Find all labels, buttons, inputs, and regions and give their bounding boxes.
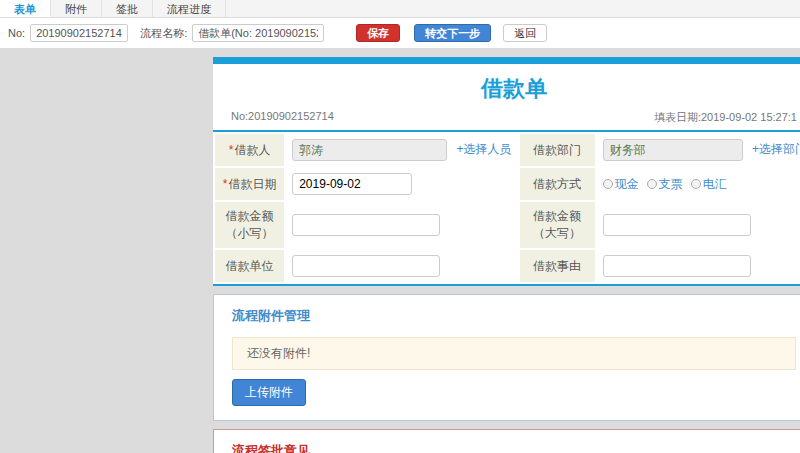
radio-cheque[interactable]: 支票 [647, 176, 683, 193]
upload-attachment-button[interactable]: 上传附件 [232, 379, 306, 406]
radio-circle-icon [603, 179, 613, 189]
form-number-text: No:20190902152714 [231, 110, 334, 125]
process-name-label: 流程名称: [140, 26, 187, 41]
attachment-section: 流程附件管理 还没有附件! 上传附件 [213, 294, 800, 421]
approval-section: 流程签批意见 B I abc [213, 429, 800, 453]
loan-form-panel: 借款单 No:20190902152714 填表日期:2019-09-02 15… [213, 57, 800, 453]
loan-date-input[interactable] [292, 173, 412, 195]
process-name-input[interactable] [192, 24, 324, 42]
loan-form-card: 借款单 No:20190902152714 填表日期:2019-09-02 15… [213, 57, 800, 286]
date-label: 借款日期 [228, 177, 276, 191]
amount-upper-label: 借款金额（大写） [533, 209, 581, 240]
attachment-section-title: 流程附件管理 [232, 307, 796, 325]
table-row: 借款金额（小写） 借款金额（大写） [214, 201, 800, 249]
unit-label: 借款单位 [226, 259, 274, 273]
form-fields-table: *借款人 +选择人员 借款部门 +选择部门 *借款日期 [213, 132, 800, 284]
table-row: *借款人 +选择人员 借款部门 +选择部门 [214, 133, 800, 167]
form-title: 借款单 [213, 64, 800, 110]
amount-lower-label: 借款金额（小写） [226, 209, 274, 240]
department-label: 借款部门 [533, 143, 581, 157]
no-label: No: [8, 27, 25, 39]
borrower-input [292, 139, 447, 161]
tab-approval[interactable]: 签批 [102, 0, 153, 17]
no-input[interactable] [30, 24, 128, 42]
department-input [603, 139, 743, 161]
amount-lower-input[interactable] [292, 214, 440, 236]
approval-section-title: 流程签批意见 [232, 442, 796, 453]
radio-cash[interactable]: 现金 [603, 176, 639, 193]
loan-method-radio-group: 现金 支票 电汇 [603, 176, 800, 193]
loan-unit-input[interactable] [292, 255, 440, 277]
tab-attachment[interactable]: 附件 [51, 0, 102, 17]
method-label: 借款方式 [533, 177, 581, 191]
panel-top-accent-bar [213, 57, 800, 64]
workspace: 借款单 No:20190902152714 填表日期:2019-09-02 15… [0, 48, 800, 453]
required-mark: * [229, 143, 234, 157]
required-mark: * [223, 177, 228, 191]
amount-upper-input[interactable] [603, 214, 751, 236]
table-row: *借款日期 借款方式 现金 支票 电汇 [214, 167, 800, 201]
next-step-button[interactable]: 转交下一步 [414, 24, 491, 42]
borrower-label: 借款人 [234, 143, 270, 157]
radio-circle-icon [691, 179, 701, 189]
tab-progress[interactable]: 流程进度 [153, 0, 226, 17]
no-attachment-message: 还没有附件! [232, 337, 796, 370]
back-button[interactable]: 返回 [503, 24, 547, 42]
select-person-link[interactable]: +选择人员 [457, 142, 512, 156]
tab-form[interactable]: 表单 [0, 0, 51, 17]
form-date-text: 填表日期:2019-09-02 15:27:1 [654, 110, 797, 125]
tab-bar: 表单 附件 签批 流程进度 [0, 0, 800, 18]
table-row: 借款单位 借款事由 [214, 249, 800, 283]
radio-circle-icon [647, 179, 657, 189]
save-button[interactable]: 保存 [356, 24, 400, 42]
loan-reason-input[interactable] [603, 255, 751, 277]
reason-label: 借款事由 [533, 259, 581, 273]
radio-wire[interactable]: 电汇 [691, 176, 727, 193]
command-bar: No: 流程名称: 保存 转交下一步 返回 [0, 18, 800, 48]
select-department-link[interactable]: +选择部门 [752, 142, 800, 156]
